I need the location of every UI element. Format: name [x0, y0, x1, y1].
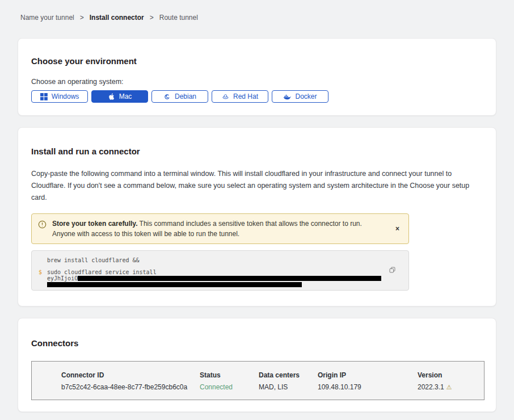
os-button-group: Windows Mac Debian Red Hat — [31, 90, 482, 103]
os-button-docker[interactable]: Docker — [272, 90, 328, 103]
origin-ip-value: 109.48.10.179 — [318, 383, 418, 391]
redacted-token-bar — [47, 282, 302, 287]
close-icon[interactable]: × — [393, 224, 402, 234]
os-button-label: Windows — [52, 93, 79, 100]
code-line-brew: brew install cloudflared && — [39, 258, 391, 264]
connector-id-value: b7c52c42-6caa-48ee-8c77-fbe259cb6c0a — [61, 383, 200, 391]
tunnel-setup-page: Name your tunnel > Install connector > R… — [0, 0, 514, 420]
breadcrumb-step-name-your-tunnel[interactable]: Name your tunnel — [20, 14, 74, 22]
connectors-table-header: Connector ID Status Data centers Origin … — [61, 371, 484, 379]
code-line-sudo: $ sudo cloudflared service install — [39, 270, 391, 276]
os-button-mac[interactable]: Mac — [91, 90, 148, 103]
install-description: Copy-paste the following command into a … — [31, 168, 479, 204]
breadcrumb: Name your tunnel > Install connector > R… — [0, 0, 514, 22]
install-card-title: Install and run a connector — [31, 146, 479, 156]
windows-icon — [40, 93, 48, 100]
code-line-token: eyJhIjoiO — [39, 276, 391, 282]
alert-circle-icon — [38, 220, 47, 231]
breadcrumb-separator: > — [80, 14, 84, 22]
os-button-redhat[interactable]: Red Hat — [212, 90, 268, 103]
code-line-token-2 — [39, 282, 391, 288]
connectors-card-title: Connectors — [31, 338, 483, 348]
redhat-icon — [222, 93, 229, 100]
connectors-card: Connectors Connector ID Status Data cent… — [18, 318, 496, 412]
install-connector-card: Install and run a connector Copy-paste t… — [18, 127, 496, 306]
token-warning-text: Store your token carefully. This command… — [52, 219, 386, 239]
docker-icon — [283, 93, 291, 100]
header-connector-id: Connector ID — [61, 371, 200, 379]
os-button-label: Red Hat — [233, 93, 258, 100]
header-status: Status — [200, 371, 259, 379]
token-warning-banner: Store your token carefully. This command… — [31, 213, 409, 244]
os-button-windows[interactable]: Windows — [31, 90, 88, 103]
os-button-label: Debian — [175, 93, 196, 100]
breadcrumb-step-install-connector[interactable]: Install connector — [90, 14, 144, 22]
copy-icon[interactable] — [389, 266, 396, 275]
breadcrumb-step-route-tunnel[interactable]: Route tunnel — [159, 14, 198, 22]
version-warning-icon: ⚠ — [446, 384, 452, 390]
breadcrumb-separator: > — [150, 14, 154, 22]
header-version: Version — [418, 371, 484, 379]
environment-card-title: Choose your environment — [31, 56, 482, 66]
header-origin-ip: Origin IP — [318, 371, 418, 379]
data-centers-value: MAD, LIS — [259, 383, 318, 391]
os-button-label: Docker — [295, 93, 317, 100]
redacted-token-bar — [78, 276, 381, 281]
os-select-label: Choose an operating system: — [31, 78, 482, 86]
connectors-table: Connector ID Status Data centers Origin … — [31, 361, 484, 400]
token-warning-title: Store your token carefully. — [52, 220, 138, 228]
debian-icon — [163, 93, 171, 100]
environment-card: Choose your environment Choose an operat… — [18, 38, 496, 116]
shell-prompt: $ — [39, 270, 47, 276]
table-row: b7c52c42-6caa-48ee-8c77-fbe259cb6c0a Con… — [61, 383, 484, 391]
version-value: 2022.3.1⚠ — [418, 383, 484, 391]
status-badge: Connected — [200, 383, 259, 391]
os-button-label: Mac — [119, 93, 132, 100]
token-prefix: eyJhIjoiO — [47, 276, 78, 282]
header-data-centers: Data centers — [259, 371, 318, 379]
install-command-code-block: brew install cloudflared && $ sudo cloud… — [31, 250, 409, 291]
os-button-debian[interactable]: Debian — [151, 90, 208, 103]
apple-icon — [108, 93, 115, 100]
